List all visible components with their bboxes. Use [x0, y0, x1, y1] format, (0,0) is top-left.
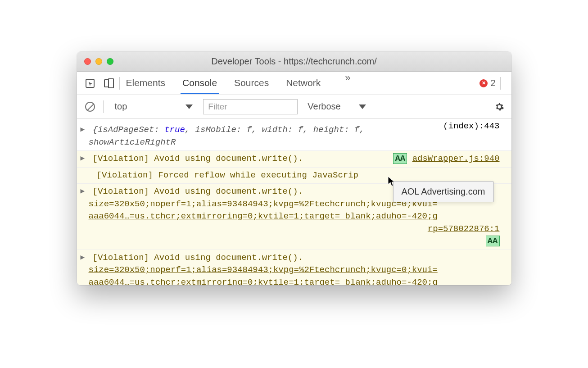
chevron-down-icon: [359, 104, 366, 109]
separator: [500, 77, 501, 90]
error-count: 2: [490, 78, 495, 88]
svg-rect-2: [109, 79, 113, 88]
console-row[interactable]: (index):443: [77, 118, 511, 122]
message-detail: aaa6044…=us.tchcr;extmirroring=0;kvtile=…: [89, 211, 438, 221]
separator: [103, 100, 104, 113]
inspect-icon[interactable]: [85, 78, 95, 88]
expand-triangle-icon[interactable]: ▶: [81, 253, 85, 263]
tab-network[interactable]: Network: [284, 72, 322, 94]
message-text: [Violation] Avoid using document.write()…: [93, 253, 303, 263]
message-detail: size=320x50;noperf=1;alias=93484943;kvpg…: [89, 265, 438, 275]
log-level-value: Verbose: [308, 101, 340, 112]
message-text: [Violation] Avoid using document.write()…: [93, 186, 303, 196]
source-link[interactable]: (index):443: [443, 120, 499, 133]
tab-sources[interactable]: Sources: [232, 72, 271, 94]
context-value: top: [115, 101, 127, 112]
expand-triangle-icon[interactable]: ▶: [81, 186, 85, 197]
message-detail: aaa6044…=us.tchcr;extmirroring=0;kvtile=…: [89, 277, 438, 285]
message-text: [Violation] Avoid using document.write()…: [93, 154, 303, 164]
thirdparty-badge[interactable]: AA: [393, 153, 407, 164]
gear-icon[interactable]: [494, 102, 504, 112]
message-detail: rp=578022876:1: [428, 224, 500, 234]
console-toolbar: top Verbose: [77, 95, 511, 118]
log-level-selector[interactable]: Verbose: [305, 100, 368, 114]
message-text: [Violation] Forced reflow while executin…: [97, 170, 359, 180]
console-row[interactable]: AA adsWrapper.js:940 ▶ [Violation] Avoid…: [77, 150, 511, 167]
clear-console-icon[interactable]: [85, 102, 95, 112]
separator: [119, 77, 120, 90]
devtools-window: Developer Tools - https://techcrunch.com…: [77, 52, 511, 285]
device-toggle-icon[interactable]: [104, 78, 115, 88]
source-link[interactable]: adsWrapper.js:940: [412, 154, 500, 164]
window-title: Developer Tools - https://techcrunch.com…: [77, 56, 511, 67]
context-selector[interactable]: top: [112, 99, 196, 114]
tab-elements[interactable]: Elements: [124, 72, 167, 94]
error-count-badge[interactable]: 2: [479, 78, 495, 88]
more-tabs-button[interactable]: »: [345, 72, 350, 94]
badge-tooltip: AOL Advertising.com: [393, 181, 494, 202]
console-row[interactable]: ▶ [Violation] Avoid using document.write…: [77, 250, 511, 285]
error-icon: [479, 79, 488, 87]
devtools-tabstrip: Elements Console Sources Network » 2: [77, 72, 511, 95]
chevron-down-icon: [185, 104, 193, 109]
thirdparty-badge[interactable]: AA: [486, 236, 500, 246]
titlebar: Developer Tools - https://techcrunch.com…: [77, 52, 511, 72]
message-detail: size=320x50;noperf=1;alias=93484943;kvpg…: [89, 199, 438, 209]
console-output[interactable]: (index):443 ▶ {isAdPageSet: true, isMobi…: [77, 118, 511, 285]
filter-input[interactable]: [203, 99, 298, 114]
expand-triangle-icon[interactable]: ▶: [81, 154, 85, 164]
tab-console[interactable]: Console: [181, 72, 219, 94]
expand-triangle-icon[interactable]: ▶: [81, 125, 85, 135]
